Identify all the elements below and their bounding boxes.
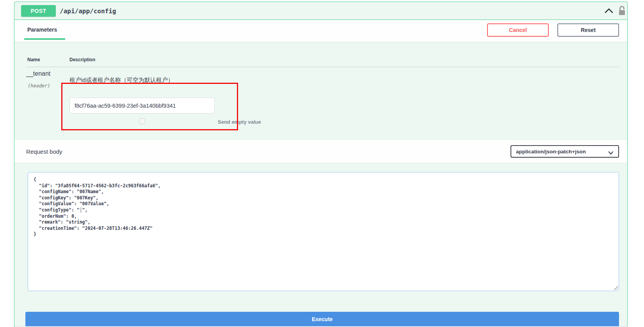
send-empty-checkbox[interactable] [139,118,145,124]
textarea-resize-handle[interactable] [613,285,618,290]
cancel-button[interactable]: Cancel [487,23,549,37]
tenant-value-input[interactable] [69,98,215,114]
collapse-chevron-up-icon[interactable] [605,8,613,14]
active-tab-underline [24,38,65,40]
content-type-selected-value: application/json-patch+json [511,149,586,155]
parameter-description: 租户id或者租户名称（可空为默认租户） [69,76,174,84]
auth-unlocked-icon[interactable] [618,5,626,16]
endpoint-path: /api/app/config [60,2,116,20]
table-header-divider [26,67,619,67]
http-method-badge: POST [21,5,56,17]
opblock-summary[interactable]: POST /api/app/config [14,2,627,20]
post-opblock-panel: POST /api/app/config Parameters Cancel R… [14,2,628,327]
parameter-location: (header) [28,83,50,89]
parameters-section-header: Parameters Cancel Reset [14,20,627,42]
parameter-name: __tenant [26,70,50,77]
swagger-page: POST /api/app/config Parameters Cancel R… [0,0,644,327]
column-header-name: Name [27,57,40,62]
send-empty-label: Send empty value [218,119,261,125]
execute-button[interactable]: Execute [25,312,619,326]
request-body-editor[interactable]: { "id": "3fa85f64-5717-4562-b3fc-2c963f6… [28,172,619,291]
chevron-down-icon [608,149,614,153]
tab-parameters[interactable]: Parameters [27,27,57,33]
content-type-dropdown[interactable]: application/json-patch+json [511,145,619,158]
request-body-header: Request body application/json-patch+json [14,140,627,163]
column-header-description: Description [69,57,95,62]
request-body-title: Request body [26,140,62,163]
reset-button[interactable]: Reset [557,23,619,37]
